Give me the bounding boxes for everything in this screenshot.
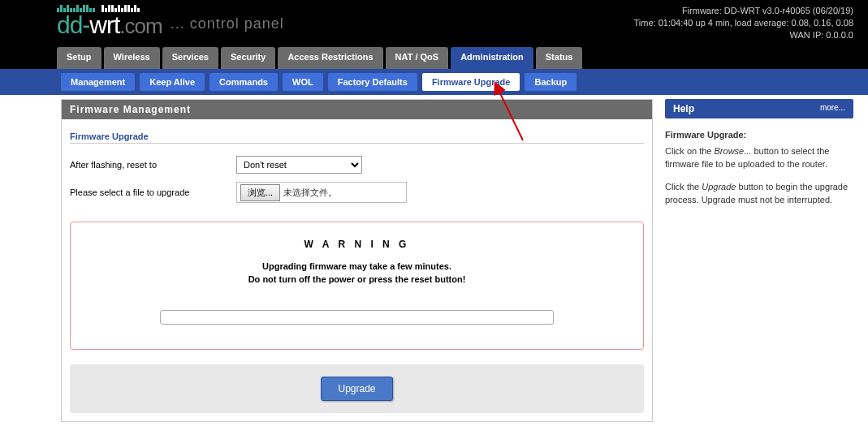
logo: dd-wrt.com — [57, 11, 162, 39]
tab-setup[interactable]: Setup — [57, 47, 101, 69]
subtab-factory-defaults[interactable]: Factory Defaults — [328, 73, 417, 91]
control-panel-label: ... control panel — [171, 15, 284, 39]
warning-box: W A R N I N G Upgrading firmware may tak… — [70, 222, 644, 350]
subtab-backup[interactable]: Backup — [525, 73, 577, 91]
wan-ip: WAN IP: 0.0.0.0 — [634, 29, 854, 41]
tab-status[interactable]: Status — [536, 47, 583, 69]
help-title: Help — [673, 103, 694, 114]
subtab-firmware-upgrade[interactable]: Firmware Upgrade — [422, 73, 520, 91]
browse-button[interactable]: 浏览... — [240, 184, 280, 201]
tab-access-restrictions[interactable]: Access Restrictions — [278, 47, 382, 69]
help-more-link[interactable]: more... — [820, 103, 845, 114]
help-content: Firmware Upgrade: Click on the Browse...… — [665, 118, 853, 206]
help-section-title: Firmware Upgrade: — [665, 128, 853, 141]
tab-services[interactable]: Services — [162, 47, 218, 69]
logo-tick-marks — [57, 3, 140, 12]
fieldset-title: Firmware Upgrade — [70, 131, 644, 144]
button-bar: Upgrade — [70, 364, 644, 413]
file-input[interactable]: 浏览... 未选择文件。 — [236, 182, 407, 203]
subtab-wol[interactable]: WOL — [283, 73, 323, 91]
section-title: Firmware Management — [62, 100, 652, 119]
warning-title: W A R N I N G — [83, 239, 631, 250]
select-file-label: Please select a file to upgrade — [70, 187, 236, 197]
tab-wireless[interactable]: Wireless — [104, 47, 160, 69]
uptime-load: Time: 01:04:40 up 4 min, load average: 0… — [634, 17, 854, 29]
upgrade-button[interactable]: Upgrade — [321, 377, 392, 401]
main-tabs: SetupWirelessServicesSecurityAccess Rest… — [0, 47, 868, 69]
status-info: Firmware: DD-WRT v3.0-r40065 (06/20/19) … — [634, 0, 854, 47]
tab-security[interactable]: Security — [221, 47, 275, 69]
after-flash-label: After flashing, reset to — [70, 160, 236, 170]
tab-administration[interactable]: Administration — [451, 47, 533, 69]
after-flash-select[interactable]: Don't reset — [236, 156, 362, 174]
tab-nat-qos[interactable]: NAT / QoS — [386, 47, 449, 69]
subtab-keep-alive[interactable]: Keep Alive — [140, 73, 205, 91]
file-status-text: 未选择文件。 — [283, 187, 337, 199]
help-header: Help more... — [665, 99, 853, 118]
progress-bar — [160, 310, 554, 325]
warning-text: Upgrading firmware may take a few minute… — [83, 260, 631, 286]
sub-tabs: ManagementKeep AliveCommandsWOLFactory D… — [0, 69, 868, 95]
firmware-version: Firmware: DD-WRT v3.0-r40065 (06/20/19) — [634, 5, 854, 17]
subtab-commands[interactable]: Commands — [209, 73, 278, 91]
subtab-management[interactable]: Management — [61, 73, 135, 91]
